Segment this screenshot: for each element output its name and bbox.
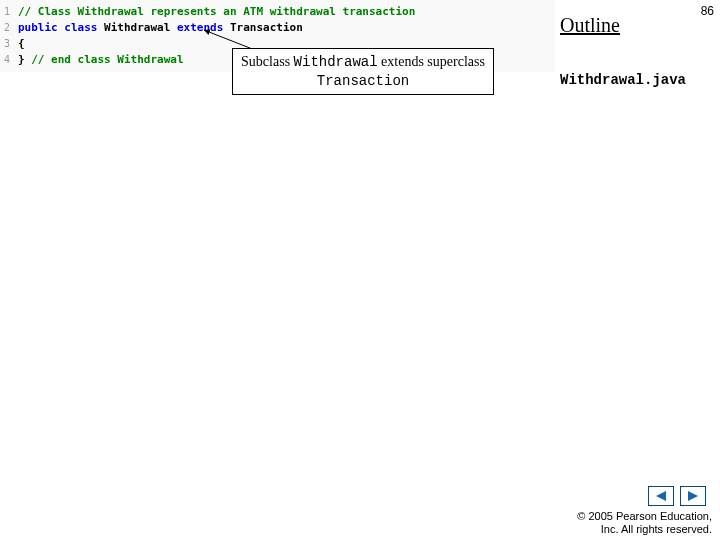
line-number: 2	[0, 20, 18, 36]
callout-code-1: Withdrawal	[294, 54, 378, 70]
code-line: 1// Class Withdrawal represents an ATM w…	[0, 4, 555, 20]
line-number: 3	[0, 36, 18, 52]
code-token: Transaction	[230, 20, 303, 36]
callout-box: Subclass Withdrawal extends superclass T…	[232, 48, 494, 95]
next-button[interactable]	[680, 486, 706, 506]
line-number: 1	[0, 4, 18, 20]
page-number: 86	[701, 4, 714, 18]
copyright: © 2005 Pearson Education, Inc. All right…	[577, 510, 712, 536]
line-number: 4	[0, 52, 18, 68]
callout-code-2: Transaction	[317, 73, 409, 89]
triangle-left-icon	[654, 490, 668, 502]
prev-button[interactable]	[648, 486, 674, 506]
filename-label: Withdrawal.java	[560, 72, 686, 88]
triangle-right-icon	[686, 490, 700, 502]
code-token: Withdrawal	[104, 20, 177, 36]
code-token: // end class Withdrawal	[31, 52, 183, 68]
nav-buttons	[648, 486, 706, 506]
code-token: }	[18, 52, 31, 68]
code-line: 2public class Withdrawal extends Transac…	[0, 20, 555, 36]
code-token: extends	[177, 20, 230, 36]
copyright-line-2: Inc. All rights reserved.	[577, 523, 712, 536]
copyright-line-1: © 2005 Pearson Education,	[577, 510, 712, 523]
callout-text-prefix: Subclass	[241, 54, 294, 69]
callout-text-mid: extends superclass	[378, 54, 485, 69]
code-token: // Class Withdrawal represents an ATM wi…	[18, 4, 415, 20]
outline-heading: Outline	[560, 14, 620, 37]
code-token: public class	[18, 20, 104, 36]
code-token: {	[18, 36, 25, 52]
